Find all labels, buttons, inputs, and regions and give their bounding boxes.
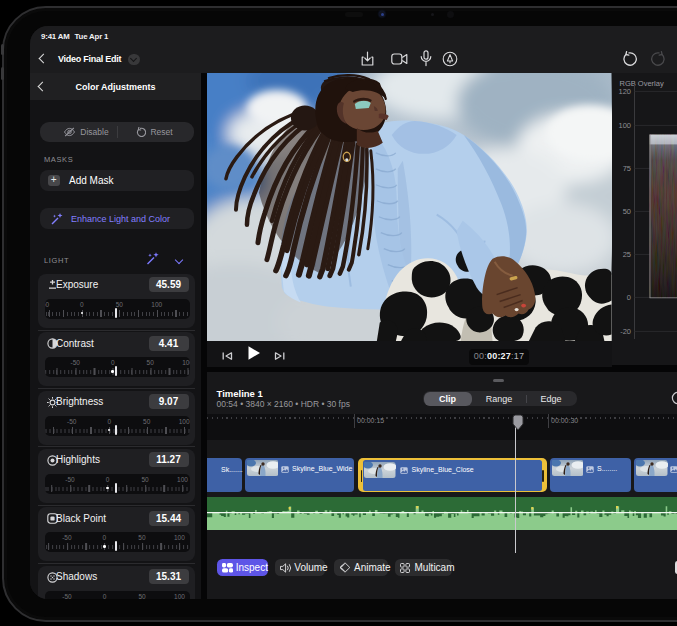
svg-text:75: 75	[622, 164, 630, 173]
svg-text:50: 50	[622, 207, 630, 216]
svg-text:120: 120	[618, 87, 631, 96]
svg-text:100: 100	[618, 121, 631, 130]
svg-text:25: 25	[622, 250, 630, 259]
svg-text:0: 0	[626, 293, 630, 302]
svg-text:-20: -20	[620, 327, 631, 336]
